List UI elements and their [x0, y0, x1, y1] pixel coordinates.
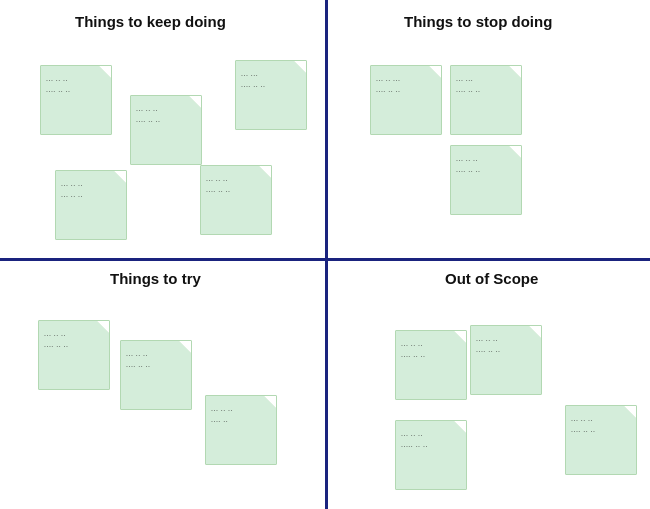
note-text: ... .. ...... ..	[211, 404, 271, 425]
note-text: ... .. ...... .. ..	[44, 329, 104, 350]
sticky-note[interactable]: ... .. ...... .. ..	[395, 330, 467, 400]
top-right-label: Things to stop doing	[404, 13, 552, 30]
top-left-label: Things to keep doing	[75, 13, 226, 30]
bottom-right-label: Out of Scope	[445, 270, 538, 287]
sticky-note[interactable]: ... .. ...... .. ..	[38, 320, 110, 390]
note-text: ... ....... .. ..	[456, 74, 516, 95]
bottom-left-label: Things to try	[110, 270, 201, 287]
note-text: ... .. ...... .. ..	[206, 174, 266, 195]
sticky-note[interactable]: ... .. ...... .. ..	[200, 165, 272, 235]
sticky-note[interactable]: ... .. ...... .. ..	[450, 145, 522, 215]
note-text: ... .. ...... .. ..	[126, 349, 186, 370]
note-text: ... ....... .. ..	[241, 69, 301, 90]
note-text: ... .. ..... .. ..	[61, 179, 121, 200]
sticky-note[interactable]: ... .. ..... .. ..	[55, 170, 127, 240]
sticky-note[interactable]: ... .. ...... .. ..	[40, 65, 112, 135]
note-text: ... .. ...... .. ..	[401, 339, 461, 360]
note-text: ... .. ...... .. ..	[456, 154, 516, 175]
sticky-note[interactable]: ... .. ...... .. ..	[470, 325, 542, 395]
note-text: ... .. ...... .. ..	[136, 104, 196, 125]
retrospective-board: Things to keep doing Things to stop doin…	[0, 0, 650, 509]
note-text: ... .. ....... .. ..	[401, 429, 461, 450]
sticky-note[interactable]: ... .. ....... .. ..	[395, 420, 467, 490]
note-text: ... .. ....... .. ..	[376, 74, 436, 95]
note-text: ... .. ...... .. ..	[46, 74, 106, 95]
vertical-divider	[325, 0, 328, 509]
sticky-note[interactable]: ... .. ....... .. ..	[370, 65, 442, 135]
sticky-note[interactable]: ... ....... .. ..	[235, 60, 307, 130]
note-text: ... .. ...... .. ..	[571, 414, 631, 435]
sticky-note[interactable]: ... .. ...... .. ..	[130, 95, 202, 165]
sticky-note[interactable]: ... .. ...... .. ..	[565, 405, 637, 475]
sticky-note[interactable]: ... .. ...... ..	[205, 395, 277, 465]
note-text: ... .. ...... .. ..	[476, 334, 536, 355]
sticky-note[interactable]: ... .. ...... .. ..	[120, 340, 192, 410]
sticky-note[interactable]: ... ....... .. ..	[450, 65, 522, 135]
